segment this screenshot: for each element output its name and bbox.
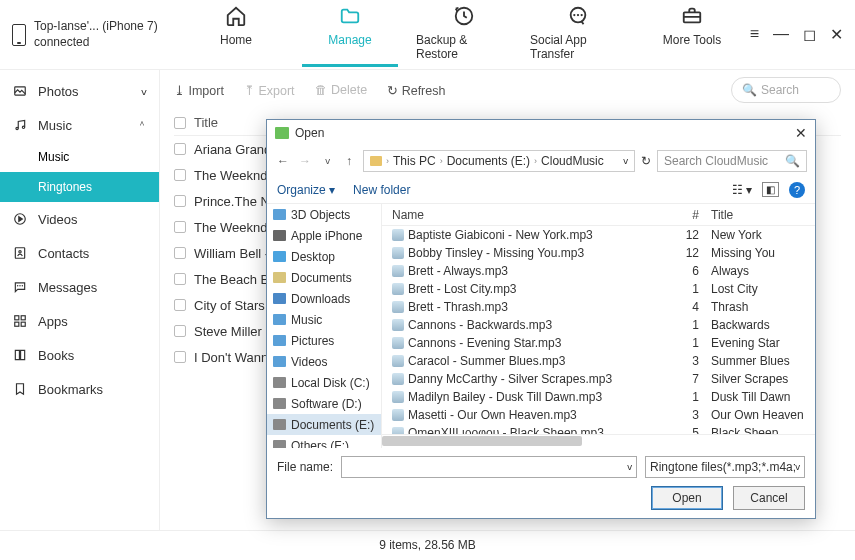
import-button[interactable]: ⤓ Import: [174, 83, 224, 98]
file-row[interactable]: Danny McCarthy - Silver Scrapes.mp37Silv…: [382, 370, 815, 388]
menu-icon[interactable]: ≡: [750, 25, 759, 44]
close-icon[interactable]: ✕: [830, 25, 843, 44]
nav-backup[interactable]: Backup & Restore: [416, 3, 512, 67]
tree-item[interactable]: 3D Objects: [267, 204, 381, 225]
tree-item[interactable]: Software (D:): [267, 393, 381, 414]
breadcrumb[interactable]: ›This PC ›Documents (E:) ›CloudMusic ⅴ: [363, 150, 635, 172]
horizontal-scrollbar[interactable]: [382, 434, 815, 448]
row-checkbox[interactable]: [174, 195, 186, 207]
filetype-select[interactable]: Ringtone files(*.mp3;*.m4a;*.mⅴ: [645, 456, 805, 478]
open-button[interactable]: Open: [651, 486, 723, 510]
file-row[interactable]: Masetti - Our Own Heaven.mp33Our Own Hea…: [382, 406, 815, 424]
tree-item[interactable]: Documents (E:): [267, 414, 381, 435]
sidebar-item-videos[interactable]: Videos: [0, 202, 159, 236]
row-checkbox[interactable]: [174, 351, 186, 363]
dialog-close-icon[interactable]: ✕: [795, 125, 807, 141]
music-icon: [12, 118, 30, 132]
sidebar-sub-music[interactable]: Music: [0, 142, 159, 172]
sidebar-item-apps[interactable]: Apps: [0, 304, 159, 338]
file-row[interactable]: Brett - Always.mp36Always: [382, 262, 815, 280]
file-track: 1: [673, 318, 705, 332]
sidebar-item-music[interactable]: Music＾: [0, 108, 159, 142]
nav-manage[interactable]: Manage: [302, 3, 398, 67]
file-name: Bobby Tinsley - Missing You.mp3: [408, 246, 673, 260]
file-track: 1: [673, 282, 705, 296]
svg-rect-9: [15, 316, 19, 320]
dialog-nav: ← → ⅴ ↑ ›This PC ›Documents (E:) ›CloudM…: [267, 146, 815, 176]
view-mode-icon[interactable]: ☷ ▾: [732, 183, 752, 197]
file-track: 1: [673, 336, 705, 350]
sidebar-item-messages[interactable]: Messages: [0, 270, 159, 304]
nav-recent-icon[interactable]: ⅴ: [319, 156, 335, 166]
device-status: connected: [34, 35, 158, 51]
nav-back-icon[interactable]: ←: [275, 154, 291, 168]
row-checkbox[interactable]: [174, 247, 186, 259]
nav-up-icon[interactable]: ↑: [341, 154, 357, 168]
chevron-down-icon[interactable]: ⅴ: [627, 462, 632, 472]
tree-item[interactable]: Documents: [267, 267, 381, 288]
nav-home[interactable]: Home: [188, 3, 284, 67]
export-button[interactable]: ⤒ Export: [244, 83, 295, 98]
sidebar-item-books[interactable]: Books: [0, 338, 159, 372]
row-checkbox[interactable]: [174, 143, 186, 155]
tree-item[interactable]: Local Disk (C:): [267, 372, 381, 393]
row-checkbox[interactable]: [174, 221, 186, 233]
file-row[interactable]: Brett - Lost City.mp31Lost City: [382, 280, 815, 298]
help-icon[interactable]: ?: [789, 182, 805, 198]
refresh-button[interactable]: ↻ Refresh: [387, 83, 445, 98]
file-row[interactable]: Baptiste Giabiconi - New York.mp312New Y…: [382, 226, 815, 244]
chevron-down-icon[interactable]: ⅴ: [623, 156, 628, 166]
sidebar-item-bookmarks[interactable]: Bookmarks: [0, 372, 159, 406]
sidebar-item-photos[interactable]: Photosⅴ: [0, 74, 159, 108]
search-input[interactable]: 🔍 Search: [731, 77, 841, 103]
tree-label: Others (F:): [291, 439, 349, 449]
audio-file-icon: [392, 373, 404, 385]
row-checkbox[interactable]: [174, 169, 186, 181]
file-title: Black Sheep: [705, 426, 815, 434]
tree-item[interactable]: Desktop: [267, 246, 381, 267]
sidebar-sub-ringtones[interactable]: Ringtones: [0, 172, 159, 202]
file-track: 1: [673, 390, 705, 404]
minimize-icon[interactable]: —: [773, 25, 789, 44]
cancel-button[interactable]: Cancel: [733, 486, 805, 510]
row-checkbox[interactable]: [174, 273, 186, 285]
chat-icon: [566, 3, 590, 29]
sidebar-item-contacts[interactable]: Contacts: [0, 236, 159, 270]
tree-item[interactable]: Apple iPhone: [267, 225, 381, 246]
sidebar: Photosⅴ Music＾ Music Ringtones Videos Co…: [0, 70, 160, 530]
file-row[interactable]: Cannons - Backwards.mp31Backwards: [382, 316, 815, 334]
file-row[interactable]: Bobby Tinsley - Missing You.mp312Missing…: [382, 244, 815, 262]
nav-refresh-icon[interactable]: ↻: [641, 154, 651, 168]
new-folder-button[interactable]: New folder: [353, 183, 410, 197]
row-checkbox[interactable]: [174, 299, 186, 311]
file-row[interactable]: Caracol - Summer Blues.mp33Summer Blues: [382, 352, 815, 370]
row-checkbox[interactable]: [174, 325, 186, 337]
nav-social[interactable]: Social App Transfer: [530, 3, 626, 67]
file-row[interactable]: Madilyn Bailey - Dusk Till Dawn.mp31Dusk…: [382, 388, 815, 406]
filename-input[interactable]: ⅴ: [341, 456, 637, 478]
tree-folder-icon: [273, 419, 286, 430]
file-row[interactable]: OmenXIII,ιροφου - Black Sheep.mp35Black …: [382, 424, 815, 434]
tree-folder-icon: [273, 293, 286, 304]
select-all-checkbox[interactable]: [174, 117, 186, 129]
tree-item[interactable]: Videos: [267, 351, 381, 372]
device-info[interactable]: Top-Ianse'... (iPhone 7) connected: [12, 19, 188, 50]
organize-dropdown[interactable]: Organize ▾: [277, 183, 335, 197]
nav-forward-icon[interactable]: →: [297, 154, 313, 168]
file-row[interactable]: Brett - Thrash.mp34Thrash: [382, 298, 815, 316]
tree-item[interactable]: Music: [267, 309, 381, 330]
file-row[interactable]: Cannons - Evening Star.mp31Evening Star: [382, 334, 815, 352]
maximize-icon[interactable]: ◻: [803, 25, 816, 44]
dialog-search-input[interactable]: Search CloudMusic🔍: [657, 150, 807, 172]
nav-more[interactable]: More Tools: [644, 3, 740, 67]
file-name: Cannons - Backwards.mp3: [408, 318, 673, 332]
preview-pane-icon[interactable]: ◧: [762, 182, 779, 197]
tree-item[interactable]: Downloads: [267, 288, 381, 309]
file-name: Caracol - Summer Blues.mp3: [408, 354, 673, 368]
dialog-title: Open: [295, 126, 324, 140]
file-list-header[interactable]: Name # Title: [382, 204, 815, 226]
audio-file-icon: [392, 355, 404, 367]
tree-item[interactable]: Others (F:): [267, 435, 381, 448]
tree-item[interactable]: Pictures: [267, 330, 381, 351]
delete-button[interactable]: 🗑 Delete: [315, 83, 368, 97]
